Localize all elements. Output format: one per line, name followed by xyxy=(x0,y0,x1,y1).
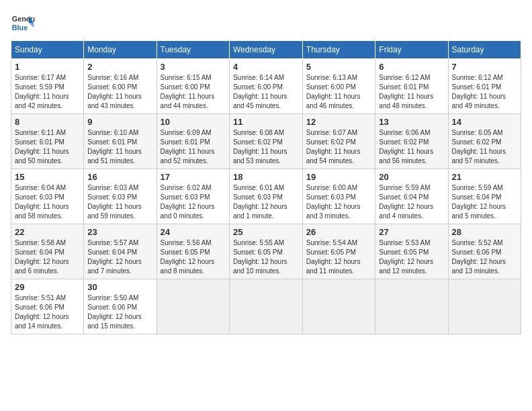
day-number: 27 xyxy=(379,227,444,237)
dow-header: Monday xyxy=(84,41,157,59)
day-number: 29 xyxy=(15,282,80,292)
cell-info: Sunrise: 6:01 AMSunset: 6:03 PMDaylight:… xyxy=(233,183,299,221)
day-number: 1 xyxy=(15,62,80,72)
day-number: 13 xyxy=(379,117,444,127)
calendar-cell: 15Sunrise: 6:04 AMSunset: 6:03 PMDayligh… xyxy=(11,169,84,224)
day-number: 20 xyxy=(379,172,444,182)
calendar-cell: 23Sunrise: 5:57 AMSunset: 6:04 PMDayligh… xyxy=(84,224,157,279)
cell-info: Sunrise: 6:09 AMSunset: 6:01 PMDaylight:… xyxy=(161,128,226,166)
cell-info: Sunrise: 6:06 AMSunset: 6:02 PMDaylight:… xyxy=(379,128,444,166)
calendar-cell: 7Sunrise: 6:12 AMSunset: 6:01 PMDaylight… xyxy=(448,59,521,114)
cell-info: Sunrise: 6:05 AMSunset: 6:02 PMDaylight:… xyxy=(452,128,518,166)
calendar-cell: 2Sunrise: 6:16 AMSunset: 6:00 PMDaylight… xyxy=(84,59,157,114)
day-number: 12 xyxy=(306,117,372,127)
calendar-cell: 24Sunrise: 5:56 AMSunset: 6:05 PMDayligh… xyxy=(157,224,229,279)
day-number: 15 xyxy=(15,172,80,182)
cell-info: Sunrise: 6:13 AMSunset: 6:00 PMDaylight:… xyxy=(306,73,372,111)
calendar-cell: 14Sunrise: 6:05 AMSunset: 6:02 PMDayligh… xyxy=(448,114,521,169)
day-number: 23 xyxy=(87,227,152,237)
calendar-cell: 22Sunrise: 5:58 AMSunset: 6:04 PMDayligh… xyxy=(11,224,84,279)
calendar-cell: 13Sunrise: 6:06 AMSunset: 6:02 PMDayligh… xyxy=(375,114,448,169)
logo: General Blue xyxy=(11,11,35,35)
calendar-cell: 17Sunrise: 6:02 AMSunset: 6:03 PMDayligh… xyxy=(157,169,229,224)
cell-info: Sunrise: 5:58 AMSunset: 6:04 PMDaylight:… xyxy=(15,238,80,276)
logo-icon: General Blue xyxy=(11,11,35,35)
day-number: 2 xyxy=(87,62,152,72)
calendar-cell: 1Sunrise: 6:17 AMSunset: 5:59 PMDaylight… xyxy=(11,59,84,114)
calendar-cell: 16Sunrise: 6:03 AMSunset: 6:03 PMDayligh… xyxy=(84,169,157,224)
day-number: 10 xyxy=(161,117,226,127)
days-of-week-row: SundayMondayTuesdayWednesdayThursdayFrid… xyxy=(11,41,521,59)
day-number: 28 xyxy=(452,227,518,237)
calendar-cell xyxy=(448,279,521,334)
day-number: 18 xyxy=(233,172,299,182)
cell-info: Sunrise: 5:53 AMSunset: 6:05 PMDaylight:… xyxy=(379,238,444,276)
cell-info: Sunrise: 6:03 AMSunset: 6:03 PMDaylight:… xyxy=(87,183,152,221)
calendar-cell: 20Sunrise: 5:59 AMSunset: 6:04 PMDayligh… xyxy=(375,169,448,224)
dow-header: Sunday xyxy=(11,41,84,59)
cell-info: Sunrise: 5:50 AMSunset: 6:06 PMDaylight:… xyxy=(87,293,152,331)
page-header: General Blue xyxy=(11,11,521,35)
calendar-cell: 30Sunrise: 5:50 AMSunset: 6:06 PMDayligh… xyxy=(84,279,157,334)
calendar-cell: 11Sunrise: 6:08 AMSunset: 6:02 PMDayligh… xyxy=(229,114,302,169)
day-number: 19 xyxy=(306,172,372,182)
cell-info: Sunrise: 6:17 AMSunset: 5:59 PMDaylight:… xyxy=(15,73,80,111)
dow-header: Thursday xyxy=(302,41,375,59)
calendar-week-row: 22Sunrise: 5:58 AMSunset: 6:04 PMDayligh… xyxy=(11,224,521,279)
calendar-table: SundayMondayTuesdayWednesdayThursdayFrid… xyxy=(11,40,521,334)
calendar-cell: 9Sunrise: 6:10 AMSunset: 6:01 PMDaylight… xyxy=(84,114,157,169)
calendar-cell: 5Sunrise: 6:13 AMSunset: 6:00 PMDaylight… xyxy=(302,59,375,114)
day-number: 3 xyxy=(161,62,226,72)
day-number: 30 xyxy=(87,282,152,292)
calendar-cell xyxy=(302,279,375,334)
dow-header: Saturday xyxy=(448,41,521,59)
cell-info: Sunrise: 5:51 AMSunset: 6:06 PMDaylight:… xyxy=(15,293,80,331)
cell-info: Sunrise: 6:08 AMSunset: 6:02 PMDaylight:… xyxy=(233,128,299,166)
calendar-cell: 19Sunrise: 6:00 AMSunset: 6:03 PMDayligh… xyxy=(302,169,375,224)
calendar-week-row: 1Sunrise: 6:17 AMSunset: 5:59 PMDaylight… xyxy=(11,59,521,114)
calendar-cell: 25Sunrise: 5:55 AMSunset: 6:05 PMDayligh… xyxy=(229,224,302,279)
calendar-body: 1Sunrise: 6:17 AMSunset: 5:59 PMDaylight… xyxy=(11,59,521,334)
cell-info: Sunrise: 6:00 AMSunset: 6:03 PMDaylight:… xyxy=(306,183,372,221)
cell-info: Sunrise: 6:07 AMSunset: 6:02 PMDaylight:… xyxy=(306,128,372,166)
svg-text:Blue: Blue xyxy=(12,24,28,32)
cell-info: Sunrise: 6:02 AMSunset: 6:03 PMDaylight:… xyxy=(161,183,226,221)
calendar-cell xyxy=(157,279,229,334)
calendar-week-row: 15Sunrise: 6:04 AMSunset: 6:03 PMDayligh… xyxy=(11,169,521,224)
calendar-cell: 8Sunrise: 6:11 AMSunset: 6:01 PMDaylight… xyxy=(11,114,84,169)
day-number: 7 xyxy=(452,62,518,72)
svg-marker-3 xyxy=(29,23,34,28)
cell-info: Sunrise: 5:54 AMSunset: 6:05 PMDaylight:… xyxy=(306,238,372,276)
cell-info: Sunrise: 5:56 AMSunset: 6:05 PMDaylight:… xyxy=(161,238,226,276)
calendar-cell: 18Sunrise: 6:01 AMSunset: 6:03 PMDayligh… xyxy=(229,169,302,224)
day-number: 21 xyxy=(452,172,518,182)
day-number: 11 xyxy=(233,117,299,127)
day-number: 17 xyxy=(161,172,226,182)
cell-info: Sunrise: 5:57 AMSunset: 6:04 PMDaylight:… xyxy=(87,238,152,276)
dow-header: Tuesday xyxy=(157,41,229,59)
calendar-week-row: 8Sunrise: 6:11 AMSunset: 6:01 PMDaylight… xyxy=(11,114,521,169)
day-number: 5 xyxy=(306,62,372,72)
dow-header: Friday xyxy=(375,41,448,59)
day-number: 6 xyxy=(379,62,444,72)
calendar-cell: 29Sunrise: 5:51 AMSunset: 6:06 PMDayligh… xyxy=(11,279,84,334)
calendar-cell: 21Sunrise: 5:59 AMSunset: 6:04 PMDayligh… xyxy=(448,169,521,224)
day-number: 8 xyxy=(15,117,80,127)
cell-info: Sunrise: 6:11 AMSunset: 6:01 PMDaylight:… xyxy=(15,128,80,166)
cell-info: Sunrise: 5:59 AMSunset: 6:04 PMDaylight:… xyxy=(452,183,518,221)
cell-info: Sunrise: 6:14 AMSunset: 6:00 PMDaylight:… xyxy=(233,73,299,111)
day-number: 24 xyxy=(161,227,226,237)
cell-info: Sunrise: 6:15 AMSunset: 6:00 PMDaylight:… xyxy=(161,73,226,111)
cell-info: Sunrise: 5:52 AMSunset: 6:06 PMDaylight:… xyxy=(452,238,518,276)
calendar-cell: 12Sunrise: 6:07 AMSunset: 6:02 PMDayligh… xyxy=(302,114,375,169)
calendar-cell xyxy=(229,279,302,334)
day-number: 26 xyxy=(306,227,372,237)
cell-info: Sunrise: 5:55 AMSunset: 6:05 PMDaylight:… xyxy=(233,238,299,276)
calendar-cell: 27Sunrise: 5:53 AMSunset: 6:05 PMDayligh… xyxy=(375,224,448,279)
calendar-cell: 26Sunrise: 5:54 AMSunset: 6:05 PMDayligh… xyxy=(302,224,375,279)
calendar-cell: 3Sunrise: 6:15 AMSunset: 6:00 PMDaylight… xyxy=(157,59,229,114)
calendar-cell: 4Sunrise: 6:14 AMSunset: 6:00 PMDaylight… xyxy=(229,59,302,114)
calendar-cell: 6Sunrise: 6:12 AMSunset: 6:01 PMDaylight… xyxy=(375,59,448,114)
calendar-cell: 10Sunrise: 6:09 AMSunset: 6:01 PMDayligh… xyxy=(157,114,229,169)
cell-info: Sunrise: 6:10 AMSunset: 6:01 PMDaylight:… xyxy=(87,128,152,166)
